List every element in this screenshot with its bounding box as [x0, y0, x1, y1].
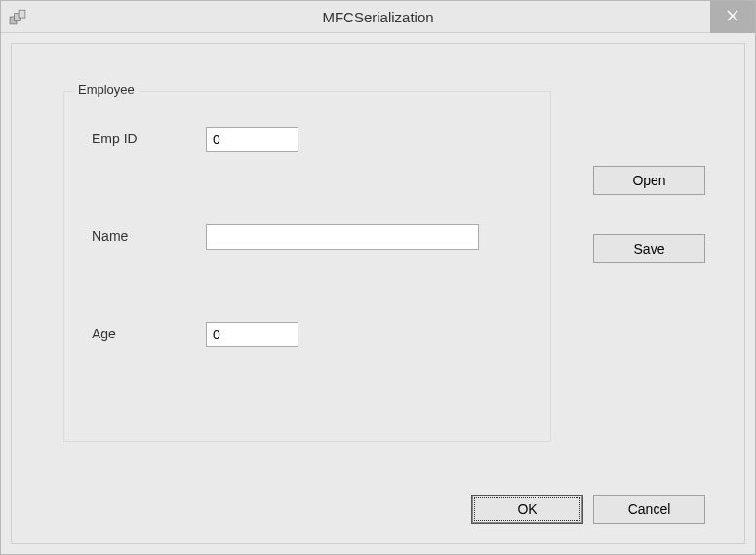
name-label: Name	[92, 228, 128, 244]
close-icon	[727, 10, 738, 24]
name-input[interactable]	[206, 224, 479, 250]
save-button[interactable]: Save	[593, 234, 705, 263]
app-icon	[9, 8, 26, 25]
cancel-button[interactable]: Cancel	[593, 495, 705, 524]
dialog-panel: Employee Emp ID Name Age Open Save OK Ca…	[11, 43, 745, 544]
employee-groupbox: Employee Emp ID Name Age	[63, 91, 551, 442]
titlebar: MFCSerialization	[1, 1, 755, 33]
empid-input[interactable]	[206, 127, 298, 152]
groupbox-title: Employee	[74, 82, 139, 97]
client-area: Employee Emp ID Name Age Open Save OK Ca…	[1, 33, 755, 554]
open-button[interactable]: Open	[593, 166, 705, 195]
ok-button[interactable]: OK	[471, 495, 583, 524]
dialog-window: MFCSerialization Employee Emp ID Name Ag…	[0, 0, 756, 555]
window-title: MFCSerialization	[1, 9, 755, 25]
age-label: Age	[92, 326, 116, 341]
svg-rect-2	[19, 10, 25, 18]
age-input[interactable]	[206, 322, 298, 347]
close-button[interactable]	[710, 1, 755, 33]
empid-label: Emp ID	[92, 131, 138, 146]
